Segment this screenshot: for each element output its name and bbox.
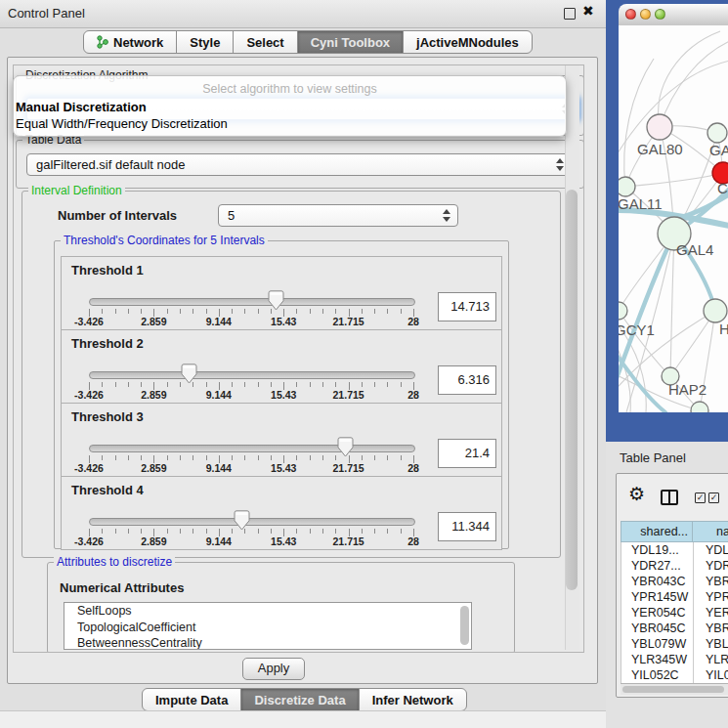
cell-name[interactable]: YIL0 — [698, 667, 728, 683]
popup-option[interactable]: Manual Discretization — [16, 100, 147, 114]
slider-thumb[interactable] — [234, 510, 250, 531]
network-edge[interactable] — [660, 41, 728, 127]
cell-name[interactable]: YBR0 — [698, 574, 728, 589]
group-label: Threshold's Coordinates for 5 Intervals — [61, 234, 268, 247]
slider-tick — [193, 309, 193, 314]
cell-shared-name[interactable]: YBL079W — [621, 636, 698, 652]
threshold-value-field[interactable]: 11.344 — [438, 512, 496, 541]
cell-name[interactable]: YPR1 — [698, 589, 728, 605]
slider-tick-label: 9.144 — [206, 389, 232, 401]
control-panel-titlebar: Control Panel ✖ — [0, 0, 606, 28]
cell-name[interactable]: YDL1 — [698, 542, 728, 558]
table-panel: Table Panel ⚙ ✓ ✓ shared... na YDL19...Y… — [606, 442, 728, 728]
attribute-list-item[interactable]: BetweennessCentrality — [64, 635, 471, 650]
network-node-gal11[interactable] — [619, 177, 635, 196]
minimize-traffic-light-icon[interactable] — [640, 9, 651, 20]
checkbox-icon[interactable]: ✓ — [708, 492, 719, 503]
tab-network[interactable]: Network — [83, 30, 177, 54]
slider-track[interactable] — [89, 445, 415, 452]
cell-name[interactable]: YER0 — [698, 605, 728, 621]
network-edge[interactable] — [625, 173, 723, 187]
network-edge[interactable] — [659, 31, 720, 127]
tab-discretize-data[interactable]: Discretize Data — [240, 688, 359, 711]
attribute-list-item[interactable]: TopologicalCoefficient — [64, 620, 471, 636]
threshold-value-field[interactable]: 14.713 — [438, 292, 496, 321]
network-view-canvas[interactable]: GAL80GACGAL11GAL4GCY1HHAP2 — [619, 25, 728, 412]
network-node-gcy1[interactable] — [619, 302, 627, 320]
cell-shared-name[interactable]: YDR27... — [621, 558, 698, 574]
cell-shared-name[interactable]: YLR345W — [621, 652, 698, 667]
table-row[interactable]: YDL19...YDL1 — [621, 542, 728, 558]
table-row[interactable]: YPR145WYPR1 — [621, 589, 728, 605]
numerical-attributes-list[interactable]: SelfLoopsTopologicalCoefficientBetweenne… — [64, 602, 472, 650]
zoom-traffic-light-icon[interactable] — [655, 9, 665, 20]
cell-name[interactable]: YBL0 — [698, 636, 728, 652]
close-icon[interactable]: ✖ — [582, 3, 594, 19]
table-data-combobox[interactable]: galFiltered.sif default node — [26, 153, 572, 176]
tab-infer-network[interactable]: Infer Network — [359, 688, 467, 711]
tab-jactivemnodules[interactable]: jActiveMNodules — [403, 30, 533, 54]
table-data-combobox-value: galFiltered.sif default node — [36, 157, 185, 172]
tab-style[interactable]: Style — [176, 30, 234, 54]
slider-track[interactable] — [89, 518, 415, 526]
slider-thumb[interactable] — [181, 364, 197, 384]
slider-thumb[interactable] — [337, 437, 354, 457]
cell-name[interactable]: YDR2 — [698, 558, 728, 574]
cell-shared-name[interactable]: YBR045C — [621, 621, 698, 636]
tab-label: Network — [113, 35, 163, 50]
slider-thumb[interactable] — [268, 290, 284, 311]
split-columns-icon[interactable] — [661, 490, 678, 505]
threshold-label: Threshold 1 — [71, 263, 144, 278]
table-row[interactable]: YER054CYER0 — [621, 605, 728, 621]
slider-tick — [374, 382, 375, 387]
tab-select[interactable]: Select — [233, 30, 297, 54]
cell-shared-name[interactable]: YPR145W — [621, 589, 698, 605]
close-traffic-light-icon[interactable] — [625, 9, 636, 20]
checkbox-icon[interactable]: ✓ — [695, 492, 706, 503]
slider-tick-label: 15.43 — [271, 389, 296, 401]
column-header[interactable]: na — [692, 521, 728, 542]
attribute-list-item[interactable]: SelfLoops — [64, 603, 471, 620]
list-scrollbar[interactable] — [460, 606, 469, 645]
network-node-gal80[interactable] — [647, 114, 672, 140]
table-row[interactable]: YBL079WYBL0 — [621, 636, 728, 652]
threshold-label: Threshold 4 — [71, 483, 144, 497]
network-node-label: H — [719, 321, 728, 337]
apply-button[interactable]: Apply — [242, 658, 305, 680]
tab-cyni-toolbox[interactable]: Cyni Toolbox — [297, 30, 404, 54]
threshold-value-field[interactable]: 21.4 — [438, 439, 496, 468]
thresholds-group: Threshold's Coordinates for 5 Intervals … — [54, 240, 509, 549]
slider-tick-label: 28 — [407, 316, 419, 327]
network-node-label: GA — [709, 142, 728, 158]
table-row[interactable]: YIL052CYIL0 — [621, 667, 728, 683]
popup-option[interactable]: Equal Width/Frequency Discretization — [16, 116, 228, 131]
table-row[interactable]: YBR045CYBR0 — [621, 621, 728, 636]
slider-track[interactable] — [89, 371, 415, 379]
column-header[interactable]: shared... — [621, 521, 693, 542]
vertical-scrollbar-thumb[interactable] — [566, 190, 578, 590]
cell-shared-name[interactable]: YIL052C — [621, 667, 698, 683]
slider-track[interactable] — [89, 298, 415, 306]
table-row[interactable]: YDR27...YDR2 — [621, 558, 728, 574]
slider-tick — [141, 382, 142, 387]
cell-shared-name[interactable]: YDL19... — [621, 542, 698, 558]
threshold-value-field[interactable]: 6.316 — [438, 365, 496, 395]
cell-shared-name[interactable]: YER054C — [621, 605, 698, 621]
slider-tick — [193, 455, 193, 460]
cell-shared-name[interactable]: YBR043C — [621, 574, 698, 589]
table-row[interactable]: YBR043CYBR0 — [621, 574, 728, 589]
cyni-toolbox-content: Discretization Algorithm Table Data galF… — [7, 57, 598, 684]
network-node-h[interactable] — [704, 299, 727, 322]
gear-icon[interactable]: ⚙ — [628, 485, 645, 503]
horizontal-scrollbar-track[interactable] — [621, 683, 728, 695]
float-window-icon[interactable] — [564, 8, 576, 20]
network-node-ga[interactable] — [707, 123, 727, 143]
horizontal-scrollbar-thumb[interactable] — [622, 686, 724, 693]
network-edge[interactable] — [670, 234, 674, 376]
cell-name[interactable]: YLR3 — [698, 652, 728, 667]
number-of-intervals-combobox[interactable]: 5 — [218, 204, 458, 227]
tab-impute-data[interactable]: Impute Data — [142, 688, 241, 711]
cell-name[interactable]: YBR0 — [698, 621, 728, 636]
slider-tick — [335, 382, 336, 387]
table-row[interactable]: YLR345WYLR3 — [621, 652, 728, 667]
